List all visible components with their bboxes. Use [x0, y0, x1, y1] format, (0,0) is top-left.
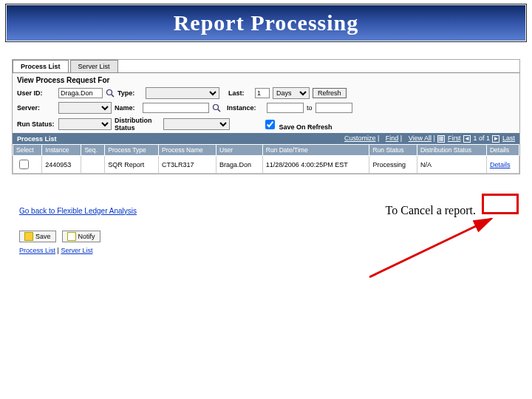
notify-icon: [67, 232, 76, 241]
col-seq[interactable]: Seq.: [81, 145, 105, 156]
find-link[interactable]: Find: [386, 134, 399, 142]
server-select[interactable]: [58, 102, 112, 114]
notify-label: Notify: [78, 233, 95, 240]
go-back-link[interactable]: Go back to Flexible Ledger Analysis: [19, 207, 137, 215]
last-label: Last:: [228, 89, 252, 97]
bottom-process-list-link[interactable]: Process List: [19, 247, 55, 254]
svg-line-3: [218, 109, 220, 112]
details-link[interactable]: Details: [490, 161, 511, 168]
run-status-label: Run Status:: [17, 120, 55, 128]
col-dist-status[interactable]: Distribution Status: [417, 145, 486, 156]
view-all-link[interactable]: View All: [409, 134, 432, 142]
next-icon[interactable]: ►: [492, 135, 499, 143]
cell-run-status: Processing: [369, 156, 417, 174]
svg-line-1: [112, 95, 114, 97]
tab-server-list[interactable]: Server List: [70, 60, 118, 72]
cell-details: Details: [486, 156, 519, 174]
dist-status-select[interactable]: [163, 118, 230, 130]
last-unit-select[interactable]: Days: [273, 87, 310, 99]
save-label: Save: [35, 233, 51, 240]
refresh-button[interactable]: Refresh: [313, 88, 347, 98]
name-input[interactable]: [143, 103, 209, 113]
instance-label: Instance:: [227, 104, 264, 112]
server-label: Server:: [17, 104, 55, 112]
first-label[interactable]: First: [448, 134, 461, 142]
cell-select[interactable]: [13, 156, 42, 174]
cancel-annotation: To Cancel a report.: [386, 204, 476, 217]
col-run-datetime[interactable]: Run Date/Time: [262, 145, 369, 156]
section-title: View Process Request For: [13, 73, 519, 86]
to-label: to: [307, 104, 313, 112]
cell-run-datetime: 11/28/2006 4:00:25PM EST: [262, 156, 369, 174]
process-request-panel: Process List Server List View Process Re…: [12, 59, 520, 174]
svg-point-2: [214, 105, 219, 110]
col-user[interactable]: User: [216, 145, 263, 156]
last-label[interactable]: Last: [502, 134, 515, 142]
col-run-status[interactable]: Run Status: [369, 145, 417, 156]
page-title: Report Processing: [174, 10, 359, 35]
prev-icon[interactable]: ◄: [463, 135, 471, 143]
cell-dist-status: N/A: [417, 156, 486, 174]
col-process-name[interactable]: Process Name: [159, 145, 216, 156]
customize-link[interactable]: Customize: [344, 134, 376, 142]
name-label: Name:: [115, 104, 140, 112]
row-count: 1 of 1: [473, 134, 490, 142]
row-checkbox[interactable]: [19, 160, 29, 169]
cell-process-type: SQR Report: [105, 156, 159, 174]
tab-process-list[interactable]: Process List: [13, 60, 69, 72]
filter-row-3: Run Status: Distribution Status Save On …: [13, 115, 519, 133]
notify-button[interactable]: Notify: [62, 231, 100, 242]
download-icon[interactable]: ▦: [437, 135, 445, 143]
user-id-input[interactable]: [58, 88, 103, 98]
instance-from-input[interactable]: [267, 103, 304, 113]
col-details[interactable]: Details: [486, 145, 519, 156]
cell-instance: 2440953: [42, 156, 81, 174]
svg-point-0: [107, 90, 112, 95]
cell-user: Braga.Don: [216, 156, 263, 174]
col-process-type[interactable]: Process Type: [105, 145, 159, 156]
filter-row-2: Server: Name: Instance: to: [13, 100, 519, 115]
grid-toolbar: Process List Customize | Find | View All…: [13, 133, 519, 144]
save-icon: [24, 232, 33, 241]
grid-header-row: Select Instance Seq. Process Type Proces…: [13, 145, 519, 156]
cell-seq: [81, 156, 105, 174]
process-grid: Select Instance Seq. Process Type Proces…: [13, 144, 519, 174]
save-on-refresh-wrap: Save On Refresh: [262, 117, 332, 132]
type-label: Type:: [117, 89, 143, 97]
run-status-select[interactable]: [58, 118, 112, 130]
col-instance[interactable]: Instance: [42, 145, 81, 156]
bottom-nav: Process List | Server List: [19, 247, 520, 254]
lookup-icon[interactable]: [106, 89, 115, 98]
lookup-icon[interactable]: [212, 103, 221, 112]
save-on-refresh-label: Save On Refresh: [279, 123, 332, 131]
type-select[interactable]: [146, 87, 219, 99]
cell-process-name: CT3LR317: [159, 156, 216, 174]
title-banner: Report Processing: [6, 4, 526, 41]
footer-row: Go back to Flexible Ledger Analysis To C…: [19, 204, 520, 217]
action-buttons: Save Notify: [19, 231, 520, 242]
save-on-refresh-checkbox[interactable]: [265, 120, 275, 129]
filter-row-1: User ID: Type: Last: Days Refresh: [13, 86, 519, 100]
last-input[interactable]: [255, 88, 270, 98]
grid-title: Process List: [17, 135, 57, 143]
bottom-server-list-link[interactable]: Server List: [61, 247, 92, 254]
col-select[interactable]: Select: [13, 145, 42, 156]
grid-tools: Customize | Find | View All | ▦ First ◄ …: [340, 134, 515, 143]
save-button[interactable]: Save: [19, 231, 56, 242]
instance-to-input[interactable]: [316, 103, 352, 113]
table-row: 2440953 SQR Report CT3LR317 Braga.Don 11…: [13, 156, 519, 174]
tab-strip: Process List Server List: [13, 60, 519, 73]
dist-status-label: Distribution Status: [115, 117, 160, 132]
user-id-label: User ID:: [17, 89, 55, 97]
